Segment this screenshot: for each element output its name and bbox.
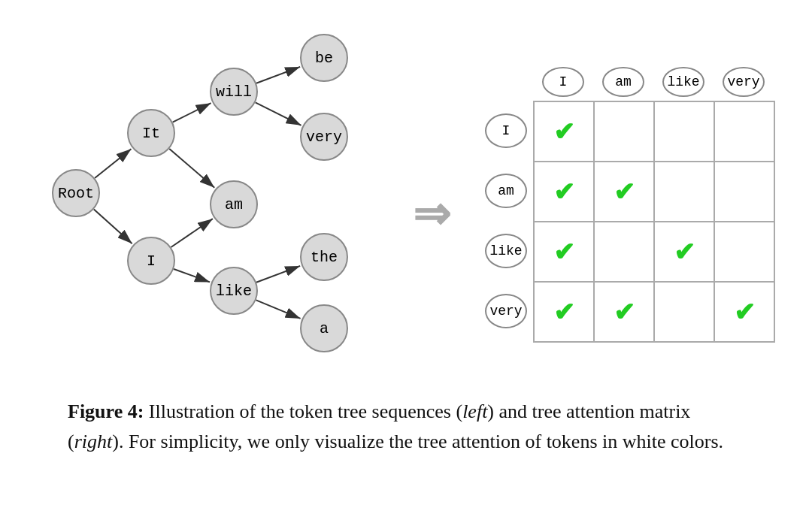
matrix-area: Iamlikevery Iamlikevery ✔✔✔✔✔✔✔✔: [480, 63, 775, 343]
svg-line-10: [256, 300, 301, 319]
col-header-like: like: [653, 63, 714, 101]
checkmark-icon: ✔: [734, 297, 755, 327]
row-header-like: like: [480, 221, 533, 281]
row-header-i: I: [480, 101, 533, 161]
svg-line-6: [174, 269, 210, 282]
tree-node-the: the: [300, 233, 348, 281]
row-header-node-like: like: [485, 234, 527, 268]
matrix-cell-2-2: ✔: [654, 222, 714, 282]
tree-node-a: a: [300, 304, 348, 352]
matrix-row-2: ✔✔: [534, 222, 774, 282]
matrix-cell-0-2: [654, 101, 714, 162]
matrix-cell-3-0: ✔: [534, 282, 594, 342]
col-header-very: very: [714, 63, 774, 101]
matrix-cell-2-0: ✔: [534, 222, 594, 282]
matrix-cell-2-1: [594, 222, 654, 282]
matrix-cell-1-1: ✔: [594, 162, 654, 222]
svg-line-4: [169, 149, 214, 188]
checkmark-icon: ✔: [614, 297, 635, 327]
checkmark-icon: ✔: [614, 177, 635, 207]
col-header-am: am: [593, 63, 653, 101]
caption-figure-label: Figure 4:: [68, 401, 144, 422]
col-header-node-am: am: [602, 67, 644, 97]
col-header-node-very: very: [723, 67, 765, 97]
svg-line-1: [95, 149, 131, 178]
matrix-cell-2-3: [714, 222, 774, 282]
tree-node-it: It: [127, 109, 175, 157]
tree-node-i: I: [127, 237, 175, 285]
tree-node-root: Root: [52, 169, 100, 217]
caption-left-italic: left: [462, 401, 487, 422]
matrix-cell-3-2: [654, 282, 714, 342]
main-container: RootItIwillamlikebeverythea ⇒ Iamlikever…: [0, 0, 812, 532]
checkmark-icon: ✔: [553, 116, 574, 147]
row-header-node-am: am: [485, 174, 527, 208]
col-header-i: I: [533, 63, 593, 101]
tree-node-be: be: [300, 34, 348, 82]
diagram-area: RootItIwillamlikebeverythea ⇒ Iamlikever…: [30, 23, 782, 383]
tree-node-very: very: [300, 113, 348, 161]
col-header-node-i: I: [542, 67, 584, 97]
matrix-row-1: ✔✔: [534, 162, 774, 222]
row-header-am: am: [480, 161, 533, 221]
row-header-node-very: very: [485, 294, 527, 328]
svg-line-8: [256, 102, 301, 125]
matrix-body: Iamlikevery ✔✔✔✔✔✔✔✔: [480, 101, 775, 343]
caption-right-italic: right: [74, 431, 113, 452]
checkmark-icon: ✔: [553, 237, 574, 267]
figure-caption: Figure 4: Illustration of the token tree…: [68, 397, 744, 458]
checkmark-icon: ✔: [553, 297, 574, 327]
col-header-node-like: like: [662, 67, 704, 97]
checkmark-icon: ✔: [674, 237, 695, 267]
matrix-cell-1-2: [654, 162, 714, 222]
svg-line-2: [94, 209, 132, 243]
matrix-col-headers: Iamlikevery: [533, 63, 774, 101]
matrix-cell-1-3: [714, 162, 774, 222]
checkmark-icon: ✔: [553, 177, 574, 207]
matrix-row-3: ✔✔✔: [534, 282, 774, 342]
matrix-row-0: ✔: [534, 101, 774, 162]
matrix-cell-0-0: ✔: [534, 101, 594, 162]
tree-diagram: RootItIwillamlikebeverythea: [37, 23, 383, 383]
svg-line-7: [256, 67, 300, 83]
matrix-cell-1-0: ✔: [534, 162, 594, 222]
tree-node-will: will: [210, 68, 258, 116]
matrix-cell-0-3: [714, 101, 774, 162]
tree-node-am: am: [210, 180, 258, 228]
matrix-row-headers: Iamlikevery: [480, 101, 533, 341]
tree-node-like: like: [210, 267, 258, 315]
arrow-symbol: ⇒: [413, 192, 450, 237]
svg-line-9: [256, 266, 300, 283]
matrix-grid: ✔✔✔✔✔✔✔✔: [533, 101, 775, 343]
matrix-cell-3-1: ✔: [594, 282, 654, 342]
svg-line-5: [171, 219, 212, 247]
svg-line-3: [173, 103, 211, 122]
matrix-cell-3-3: ✔: [714, 282, 774, 342]
matrix-cell-0-1: [594, 101, 654, 162]
caption-text: Figure 4: Illustration of the token tree…: [68, 401, 723, 452]
row-header-very: very: [480, 281, 533, 341]
row-header-node-i: I: [485, 113, 527, 148]
